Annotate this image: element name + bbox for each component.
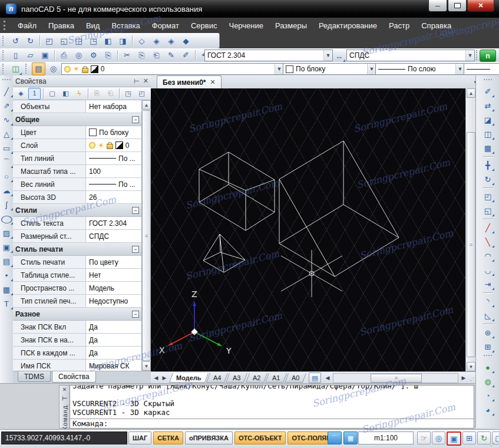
property-value[interactable]: Нет: [86, 269, 142, 281]
canvas-vertical-scrollbar[interactable]: ▲ ≡ ▼: [465, 88, 476, 371]
menu-grip[interactable]: [4, 21, 7, 30]
arc-button[interactable]: ⌒: [0, 156, 14, 169]
dimension-style-combo[interactable]: СПДС ▼: [346, 50, 475, 61]
panel-tab-Свойства[interactable]: Свойства: [52, 371, 96, 383]
toolbar-grip[interactable]: [484, 79, 492, 82]
print-button[interactable]: ⎙: [57, 49, 71, 62]
document-tab[interactable]: Без имени0* ✕: [157, 75, 222, 88]
property-value[interactable]: СПДС: [86, 230, 142, 242]
save-button[interactable]: ▣: [38, 49, 52, 62]
new-button[interactable]: ▯: [9, 49, 22, 62]
property-value[interactable]: ☀0: [86, 139, 142, 151]
cloud-button[interactable]: ☁: [0, 184, 14, 197]
property-value[interactable]: Модель: [86, 282, 142, 294]
mirror-3d-button[interactable]: ◪: [481, 113, 495, 126]
select-crossing-button[interactable]: ◧: [60, 88, 72, 100]
menu-item-Файл[interactable]: Файл: [12, 18, 42, 33]
view-left-button[interactable]: ◲: [72, 34, 85, 47]
iso-nw-button[interactable]: ◆: [179, 34, 193, 47]
scroll-down-icon[interactable]: ▼: [142, 361, 151, 371]
property-value[interactable]: Мировая СК: [86, 360, 142, 371]
collapse-icon[interactable]: −: [132, 246, 139, 253]
ellipse-button[interactable]: ◯: [0, 212, 14, 225]
orbit-button[interactable]: ↺: [9, 34, 22, 47]
table-button[interactable]: ▦: [0, 283, 14, 296]
view-front-button[interactable]: ◧: [101, 34, 115, 47]
view-top-button[interactable]: ◰: [42, 34, 56, 47]
property-value[interactable]: По цвету: [86, 256, 142, 268]
line-button[interactable]: ╱: [0, 85, 14, 98]
menu-item-Растр[interactable]: Растр: [383, 18, 415, 33]
menu-item-Размеры[interactable]: Размеры: [269, 18, 313, 33]
polyline-button[interactable]: ∿: [0, 113, 14, 126]
sheet-tab-A0[interactable]: A0: [285, 373, 307, 383]
draw-order-above-button[interactable]: ◔: [481, 389, 495, 402]
layer-states-button[interactable]: ◎: [47, 62, 60, 75]
property-value[interactable]: 26: [86, 191, 142, 203]
close-icon[interactable]: ✕: [62, 387, 67, 393]
view-bottom-button[interactable]: ◱: [57, 34, 71, 47]
image-button[interactable]: ▤: [0, 255, 14, 268]
polygon-button[interactable]: △: [0, 127, 14, 140]
grid-display-button[interactable]: ▦: [343, 431, 358, 444]
scrollbar-thumb[interactable]: ≡: [467, 132, 475, 357]
trim-button[interactable]: ╱: [481, 221, 495, 234]
toggle-ШАГ[interactable]: ШАГ: [128, 431, 151, 444]
toolbar-grip[interactable]: [2, 79, 11, 82]
pin-icon[interactable]: ⊥: [133, 78, 140, 84]
move-button[interactable]: ╋: [481, 159, 495, 172]
toolbar-grip[interactable]: [2, 64, 6, 74]
free-orbit-button[interactable]: ↻: [24, 34, 37, 47]
resize-grip[interactable]: ⋰: [490, 439, 497, 447]
toolbar-grip[interactable]: [2, 36, 6, 46]
lineweight-combo[interactable]: [464, 63, 499, 75]
explode-attributes-button[interactable]: ⊞: [481, 340, 495, 353]
publish-button[interactable]: ⎘: [101, 49, 115, 62]
sheet-prev-icon[interactable]: ◀: [152, 374, 160, 383]
explode-button[interactable]: ⊛: [481, 326, 495, 339]
mirror-button[interactable]: ⇄: [481, 99, 495, 112]
regen-button[interactable]: ↻: [477, 431, 491, 444]
spline-button[interactable]: ∫: [0, 198, 14, 211]
menu-item-Редактирование[interactable]: Редактирование: [313, 18, 383, 33]
layers-button[interactable]: ◫: [9, 62, 22, 75]
contour-button[interactable]: ◫: [481, 127, 495, 140]
properties-scrollbar[interactable]: ▲ ≡ ▼: [141, 100, 151, 371]
menu-item-Черчение[interactable]: Черчение: [223, 18, 269, 33]
toggle-оПРИВЯЗКА[interactable]: оПРИВЯЗКА: [185, 431, 233, 444]
sheet-list-button[interactable]: ▤: [309, 373, 321, 383]
erase-button[interactable]: ✐: [481, 85, 495, 98]
toggle-СЕТКА[interactable]: СЕТКА: [153, 431, 183, 444]
command-line[interactable]: Задайте параметр или [Ящик/Конус/Чаша/Ку…: [70, 385, 474, 429]
quick-select-button[interactable]: ϟ: [73, 88, 85, 100]
zoom-window-button[interactable]: ▣: [447, 431, 461, 446]
menu-item-Справка[interactable]: Справка: [415, 18, 457, 33]
linetype-combo[interactable]: По слою ▼: [375, 63, 465, 75]
fillet-button[interactable]: ◝: [481, 295, 495, 308]
toggle-ОТС-ОБЪЕКТ[interactable]: ОТС-ОБЪЕКТ: [234, 431, 286, 444]
viewport-button[interactable]: ◱: [481, 204, 495, 217]
cut-button[interactable]: ✂: [120, 49, 134, 62]
layer-combo[interactable]: ☀ 0 ▼: [61, 63, 284, 75]
sheet-tab-A3[interactable]: A3: [226, 373, 247, 383]
menu-item-Правка[interactable]: Правка: [42, 18, 80, 33]
pin-icon[interactable]: ⊥: [61, 396, 68, 401]
format-painter-button[interactable]: ✐: [179, 49, 193, 62]
rectangle-button[interactable]: ▭: [0, 141, 14, 154]
snap-style-button[interactable]: ⌒: [328, 431, 342, 444]
clear-selection-button[interactable]: ◰: [136, 88, 148, 100]
properties-toggle-button[interactable]: ▤: [32, 62, 45, 75]
property-section-Разное[interactable]: Разное−: [13, 308, 142, 321]
nanocad-home-button[interactable]: n: [480, 50, 496, 62]
extend-button[interactable]: ╲: [481, 235, 495, 248]
property-value[interactable]: По ...: [86, 178, 142, 190]
sheet-tab-A4[interactable]: A4: [206, 373, 228, 383]
zoom-extents-button[interactable]: ⊞: [462, 431, 476, 444]
property-value[interactable]: Недоступно: [86, 295, 142, 307]
property-value[interactable]: Да: [86, 347, 142, 359]
property-section-Общие[interactable]: Общие−: [13, 113, 142, 126]
close-button[interactable]: ✕: [467, 0, 494, 12]
hscroll-right-icon[interactable]: ▶: [460, 374, 468, 383]
apply-properties-button[interactable]: ⎗: [104, 88, 117, 100]
property-section-Стили[interactable]: Стили−: [13, 204, 142, 217]
